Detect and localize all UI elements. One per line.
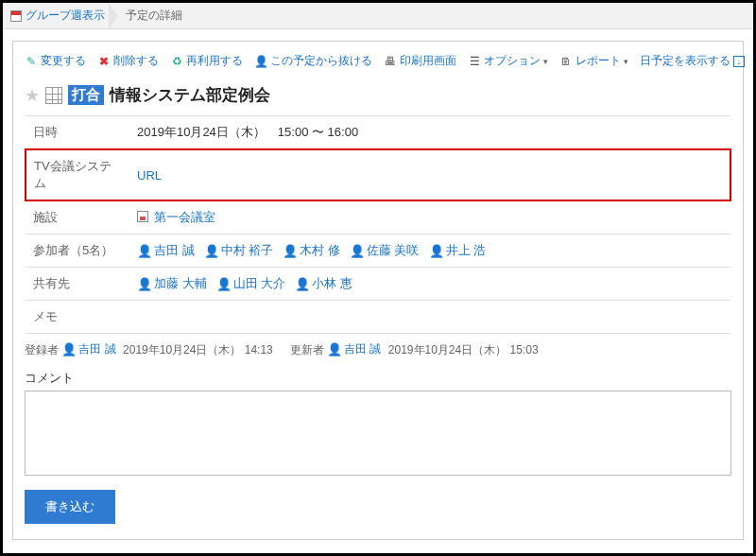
attendee-user-link[interactable]: 👤吉田 誠 (137, 242, 195, 259)
shared-user-name: 山田 大介 (233, 275, 286, 292)
row-facility: 施設 第一会議室 (26, 200, 730, 235)
user-icon: 👤 (327, 342, 342, 356)
shared-user-link[interactable]: 👤山田 大介 (216, 275, 286, 292)
options-label: オプション (484, 53, 541, 69)
chevron-down-icon: ▾ (543, 57, 548, 66)
recycle-icon: ♻ (170, 55, 183, 68)
label-facility: 施設 (26, 200, 129, 235)
row-tvconf: TV会議システム URL (26, 149, 730, 200)
breadcrumb-parent-label: グループ週表示 (26, 8, 105, 24)
tvconf-url-link[interactable]: URL (137, 168, 162, 182)
comment-label: コメント (25, 370, 731, 387)
breadcrumb-current: 予定の詳細 (122, 8, 182, 24)
toolbar: ✎ 変更する ✖ 削除する ♻ 再利用する 👤 この予定から抜ける 🖶 印刷用画… (25, 49, 731, 78)
facility-link[interactable]: 第一会議室 (137, 210, 215, 224)
star-icon[interactable]: ★ (25, 85, 40, 106)
registrant-name: 吉田 誠 (78, 341, 115, 357)
details-table: 日時 2019年10月24日（木） 15:00 〜 16:00 TV会議システム… (25, 115, 731, 334)
print-label: 印刷用画面 (400, 53, 456, 69)
show-day-label: 日予定を表示する (640, 53, 730, 69)
registrant-time: 2019年10月24日（木） 14:13 (123, 343, 273, 356)
main-panel: ✎ 変更する ✖ 削除する ♻ 再利用する 👤 この予定から抜ける 🖶 印刷用画… (12, 41, 744, 540)
updater-user-link[interactable]: 👤 吉田 誠 (327, 341, 381, 357)
room-icon (137, 211, 148, 222)
edit-button[interactable]: ✎ 変更する (25, 53, 86, 69)
submit-comment-button[interactable]: 書き込む (25, 490, 115, 524)
attendee-user-link[interactable]: 👤中村 裕子 (204, 242, 274, 259)
chevron-right-icon (109, 3, 118, 29)
reuse-button[interactable]: ♻ 再利用する (170, 53, 243, 69)
user-icon: 👤 (204, 244, 219, 258)
row-attendees: 参加者（5名） 👤吉田 誠👤中村 裕子👤木村 修👤佐藤 美咲👤井上 浩 (26, 235, 730, 268)
attendee-user-name: 吉田 誠 (154, 242, 195, 259)
registrant-user-link[interactable]: 👤 吉田 誠 (61, 341, 115, 357)
comment-textarea[interactable] (25, 391, 731, 476)
attendee-user-name: 中村 裕子 (221, 242, 274, 259)
shared-user-name: 加藤 大輔 (154, 275, 207, 292)
attendee-user-link[interactable]: 👤佐藤 美咲 (350, 242, 420, 259)
row-datetime: 日時 2019年10月24日（木） 15:00 〜 16:00 (26, 116, 730, 150)
row-memo: メモ (26, 301, 730, 334)
label-datetime: 日時 (26, 116, 129, 150)
attendee-user-name: 佐藤 美咲 (367, 242, 420, 259)
row-shared: 共有先 👤加藤 大輔👤山田 大介👤小林 恵 (26, 268, 730, 301)
meta-line: 登録者 👤 吉田 誠 2019年10月24日（木） 14:13 更新者 👤 吉田… (25, 334, 731, 362)
x-icon: ✖ (97, 55, 111, 68)
registrant-label: 登録者 (25, 343, 59, 356)
show-day-button[interactable]: 日予定を表示する ↓ (640, 53, 745, 69)
user-icon: 👤 (283, 244, 298, 258)
document-icon: 🗎 (559, 55, 573, 68)
attendees-cell: 👤吉田 誠👤中村 裕子👤木村 修👤佐藤 美咲👤井上 浩 (129, 235, 730, 268)
label-memo: メモ (26, 301, 129, 334)
updater-block: 更新者 👤 吉田 誠 2019年10月24日（木） 15:03 (290, 341, 539, 358)
calendar-icon (10, 10, 22, 22)
event-header: ★ 打合 情報システム部定例会 (25, 84, 731, 106)
attendee-user-name: 木村 修 (300, 242, 340, 259)
user-icon: 👤 (295, 277, 310, 291)
updater-name: 吉田 誠 (344, 341, 381, 357)
options-button[interactable]: ☰ オプション ▾ (468, 53, 548, 69)
label-shared: 共有先 (26, 268, 129, 301)
edit-label: 変更する (41, 53, 86, 69)
printer-icon: 🖶 (384, 55, 397, 68)
breadcrumb: グループ週表示 予定の詳細 (3, 3, 753, 29)
delete-label: 削除する (113, 53, 159, 69)
user-icon: 👤 (350, 244, 365, 258)
registrant-block: 登録者 👤 吉田 誠 2019年10月24日（木） 14:13 (25, 341, 273, 358)
attendee-user-link[interactable]: 👤木村 修 (283, 242, 340, 259)
user-icon: 👤 (429, 244, 444, 258)
label-attendees: 参加者（5名） (26, 235, 129, 268)
shared-user-link[interactable]: 👤加藤 大輔 (137, 275, 207, 292)
user-icon: 👤 (61, 342, 77, 356)
event-title: 情報システム部定例会 (110, 84, 270, 106)
value-memo (129, 301, 730, 334)
shared-user-link[interactable]: 👤小林 恵 (295, 275, 352, 292)
attendee-user-link[interactable]: 👤井上 浩 (429, 242, 487, 259)
attendee-user-name: 井上 浩 (446, 242, 487, 259)
print-button[interactable]: 🖶 印刷用画面 (384, 53, 456, 69)
grid-icon (45, 87, 62, 104)
chevron-down-icon: ▾ (624, 57, 628, 66)
facility-name: 第一会議室 (154, 210, 215, 224)
shared-cell: 👤加藤 大輔👤山田 大介👤小林 恵 (129, 268, 730, 301)
user-icon: 👤 (137, 244, 152, 258)
reuse-label: 再利用する (186, 53, 243, 69)
label-tvconf: TV会議システム (26, 149, 129, 200)
updater-label: 更新者 (290, 343, 324, 356)
list-icon: ☰ (468, 55, 481, 68)
user-icon: 👤 (137, 277, 152, 291)
leave-button[interactable]: 👤 この予定から抜ける (254, 53, 372, 69)
updater-time: 2019年10月24日（木） 15:03 (388, 343, 539, 356)
value-datetime: 2019年10月24日（木） 15:00 〜 16:00 (129, 116, 730, 150)
download-icon: ↓ (733, 56, 745, 67)
event-tag: 打合 (68, 85, 104, 105)
leave-icon: 👤 (254, 55, 267, 68)
pencil-icon: ✎ (25, 55, 38, 68)
shared-user-name: 小林 恵 (312, 275, 352, 292)
report-button[interactable]: 🗎 レポート ▾ (559, 53, 628, 69)
leave-label: この予定から抜ける (270, 53, 372, 69)
breadcrumb-parent-link[interactable]: グループ週表示 (9, 8, 109, 24)
user-icon: 👤 (216, 277, 232, 291)
delete-button[interactable]: ✖ 削除する (97, 53, 159, 69)
report-label: レポート (576, 53, 621, 69)
